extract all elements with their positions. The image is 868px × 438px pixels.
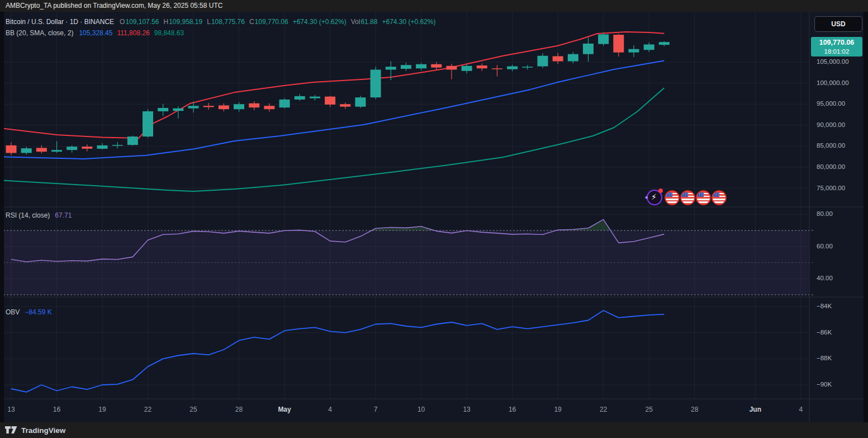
svg-text:16: 16: [509, 406, 516, 413]
candle: [553, 56, 563, 61]
svg-text:85,000.00: 85,000.00: [817, 142, 845, 149]
candle: [279, 100, 290, 107]
obv-label[interactable]: OBV: [6, 308, 20, 316]
candle: [477, 65, 487, 68]
us-flag-sticker[interactable]: [680, 190, 695, 205]
us-flag-sticker[interactable]: [665, 190, 680, 205]
right-edge: [864, 12, 868, 422]
svg-text:May: May: [278, 406, 291, 413]
svg-text:22: 22: [600, 406, 608, 413]
candle: [583, 44, 594, 54]
candle: [492, 68, 502, 69]
candle: [462, 66, 472, 71]
bb-basis-value: 105,328.45: [79, 29, 112, 37]
tradingview-footer: TradingView: [0, 422, 868, 438]
candle: [82, 147, 92, 149]
candle: [97, 145, 108, 149]
candle: [234, 104, 244, 109]
svg-text:−90K: −90K: [817, 381, 832, 388]
candle: [158, 108, 168, 111]
chart-background: [0, 12, 868, 422]
svg-text:10: 10: [418, 406, 425, 413]
svg-text:Jun: Jun: [750, 406, 761, 413]
bb-label[interactable]: BB (20, SMA, close, 2): [6, 29, 73, 37]
price-change: +674.30 (+0.62%): [293, 18, 347, 26]
last-price-badge[interactable]: 109,770.06 18:01:02: [811, 37, 862, 56]
reaction-sticker-icon[interactable]: ✦ ⚡: [647, 190, 662, 205]
candle: [355, 97, 366, 107]
candle: [340, 104, 350, 107]
obv-indicator-header[interactable]: OBV−84.59 K: [6, 308, 52, 316]
left-edge: [0, 12, 4, 422]
svg-text:75,000.00: 75,000.00: [817, 185, 845, 191]
candle: [431, 64, 442, 68]
candle: [386, 67, 396, 69]
candle: [173, 109, 183, 111]
rsi-indicator-header[interactable]: RSI (14, close)67.71: [6, 211, 72, 219]
us-flag-sticker[interactable]: [712, 190, 727, 205]
bb-upper-value: 111,808.26: [117, 29, 149, 37]
candle: [613, 35, 624, 53]
svg-text:−86K: −86K: [817, 329, 832, 336]
svg-text:−88K: −88K: [817, 355, 832, 361]
lightning-icon: ⚡: [651, 192, 657, 201]
svg-text:28: 28: [235, 406, 243, 413]
candle: [188, 106, 199, 109]
svg-text:4: 4: [799, 406, 803, 413]
currency-toggle-button[interactable]: USD: [814, 16, 862, 32]
candle: [6, 145, 17, 153]
svg-text:95,000.00: 95,000.00: [817, 100, 845, 107]
sparkle-icon: ✦: [644, 194, 649, 201]
candle: [416, 64, 426, 69]
candle: [507, 67, 518, 69]
flag-canton: [666, 192, 672, 197]
ohlc-low: L108,775.76: [207, 18, 245, 26]
symbol-header[interactable]: Bitcoin / U.S. Dollar · 1D · BINANCEO109…: [6, 18, 440, 26]
svg-text:90,000.00: 90,000.00: [817, 121, 845, 128]
candle: [537, 56, 548, 67]
candle: [219, 105, 229, 109]
svg-text:16: 16: [53, 406, 61, 413]
svg-text:80,000.00: 80,000.00: [817, 163, 845, 170]
candle: [249, 103, 259, 108]
svg-text:40.00: 40.00: [817, 275, 833, 281]
svg-text:100,000.00: 100,000.00: [817, 79, 849, 86]
candle: [51, 150, 62, 152]
bb-indicator-header[interactable]: BB (20, SMA, close, 2)105,328.45111,808.…: [6, 29, 184, 37]
candle: [203, 106, 214, 107]
svg-text:4: 4: [328, 406, 332, 413]
chart-canvas[interactable]: 105,000.00100,000.0095,000.0090,000.0085…: [0, 12, 868, 422]
tradingview-chart-window: AMBCrypto_TA published on TradingView.co…: [0, 0, 868, 438]
publish-bar: AMBCrypto_TA published on TradingView.co…: [0, 0, 868, 12]
publish-text: AMBCrypto_TA published on TradingView.co…: [6, 2, 222, 10]
candle: [644, 44, 654, 50]
candle: [628, 49, 639, 53]
svg-text:7: 7: [374, 406, 378, 413]
svg-text:80.00: 80.00: [817, 210, 833, 217]
candle: [522, 67, 533, 68]
us-flag-sticker[interactable]: [696, 190, 711, 205]
svg-text:25: 25: [189, 406, 197, 413]
svg-text:−84K: −84K: [817, 303, 832, 309]
rsi-label[interactable]: RSI (14, close): [6, 211, 50, 219]
svg-text:28: 28: [691, 406, 699, 413]
sticker-row[interactable]: ✦ ⚡: [647, 190, 727, 205]
candle: [21, 148, 32, 153]
last-price: 109,770.06: [819, 38, 855, 47]
flag-canton: [697, 192, 704, 197]
svg-text:13: 13: [463, 406, 471, 413]
candle: [295, 96, 305, 100]
candle: [446, 66, 457, 70]
candle: [127, 136, 138, 145]
candle: [112, 145, 123, 146]
tradingview-logo-icon: [5, 426, 17, 434]
obv-value: −84.59 K: [25, 308, 51, 316]
candle: [401, 65, 411, 69]
candle: [67, 147, 77, 150]
svg-text:22: 22: [144, 406, 152, 413]
flag-canton: [713, 192, 719, 197]
ohlc-open: O109,107.56: [120, 18, 159, 26]
symbol-title[interactable]: Bitcoin / U.S. Dollar · 1D · BINANCE: [6, 18, 114, 26]
svg-text:13: 13: [7, 406, 15, 413]
svg-text:60.00: 60.00: [817, 243, 833, 249]
